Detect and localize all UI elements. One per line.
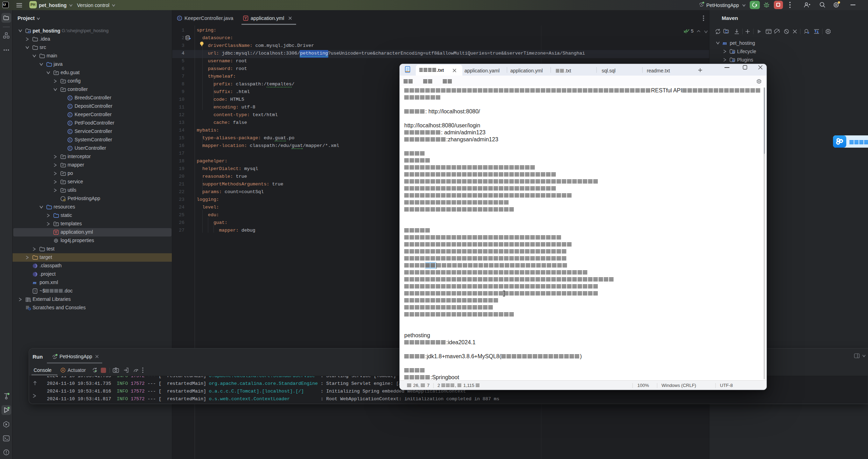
- svg-text:C: C: [69, 138, 71, 142]
- svg-text:m: m: [33, 280, 36, 285]
- svg-text:C: C: [178, 16, 181, 20]
- svg-text:?: ?: [34, 290, 36, 293]
- svg-text:C: C: [69, 130, 71, 133]
- svg-text:m: m: [723, 40, 727, 46]
- svg-text:C: C: [69, 96, 71, 100]
- svg-text:C: C: [69, 105, 71, 108]
- svg-text:C: C: [69, 113, 71, 116]
- svg-text:C: C: [69, 147, 71, 150]
- svg-text:C: C: [69, 121, 71, 125]
